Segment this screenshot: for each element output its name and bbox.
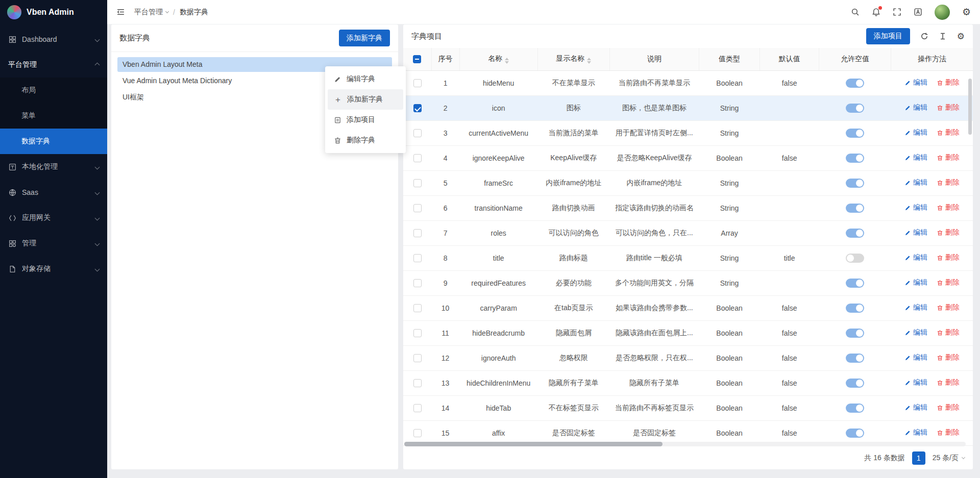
table-row[interactable]: 7 roles 可以访问的角色 可以访问的角色，只在... Array 编辑 删… [403, 220, 973, 245]
row-checkbox[interactable] [413, 179, 422, 187]
page-size-select[interactable]: 25 条/页 [933, 454, 965, 463]
sidebar-subitem-menu[interactable]: 菜单 [0, 103, 107, 129]
edit-link[interactable]: 编辑 [904, 303, 927, 312]
refresh-icon[interactable] [920, 32, 928, 40]
table-settings-gear-icon[interactable]: ⚙ [957, 32, 965, 41]
table-row[interactable]: 3 currentActiveMenu 当前激活的菜单 用于配置详情页时左侧..… [403, 120, 973, 145]
search-icon[interactable] [851, 8, 860, 16]
edit-link[interactable]: 编辑 [904, 403, 927, 412]
row-checkbox[interactable] [413, 429, 422, 437]
edit-link[interactable]: 编辑 [904, 253, 927, 262]
table-row[interactable]: 10 carryParam 在tab页显示 如果该路由会携带参数... Bool… [403, 295, 973, 320]
edit-link[interactable]: 编辑 [904, 128, 927, 137]
sidebar-collapse-icon[interactable] [116, 8, 125, 16]
sidebar-item-storage[interactable]: 对象存储 [0, 256, 107, 282]
nullable-toggle[interactable] [846, 104, 864, 113]
delete-link[interactable]: 删除 [937, 128, 960, 137]
nullable-toggle[interactable] [846, 379, 864, 388]
context-menu-delete-dictionary[interactable]: 删除字典 [328, 130, 403, 150]
nullable-toggle[interactable] [846, 404, 864, 413]
settings-gear-icon[interactable]: ⚙ [962, 7, 971, 17]
sidebar-item-platform[interactable]: 平台管理 [0, 52, 107, 78]
delete-link[interactable]: 删除 [937, 278, 960, 287]
nullable-toggle[interactable] [846, 279, 864, 288]
delete-link[interactable]: 删除 [937, 428, 960, 437]
delete-link[interactable]: 删除 [937, 103, 960, 112]
edit-link[interactable]: 编辑 [904, 328, 927, 337]
column-header-name[interactable]: 名称 [459, 48, 537, 70]
sidebar-item-gateway[interactable]: 应用网关 [0, 205, 107, 231]
edit-link[interactable]: 编辑 [904, 203, 927, 212]
row-checkbox[interactable] [413, 104, 422, 112]
row-checkbox[interactable] [413, 304, 422, 312]
delete-link[interactable]: 删除 [937, 153, 960, 162]
delete-link[interactable]: 删除 [937, 328, 960, 337]
table-row[interactable]: 13 hideChildrenInMenu 隐藏所有子菜单 隐藏所有子菜单 Bo… [403, 370, 973, 395]
delete-link[interactable]: 删除 [937, 403, 960, 412]
row-checkbox[interactable] [413, 279, 422, 287]
table-row[interactable]: 4 ignoreKeepAlive KeepAlive缓存 是否忽略KeepAl… [403, 145, 973, 170]
context-menu-add-item[interactable]: 添加项目 [328, 110, 403, 130]
nullable-toggle[interactable] [846, 179, 864, 188]
app-logo[interactable]: Vben Admin [0, 0, 107, 24]
delete-link[interactable]: 删除 [937, 303, 960, 312]
fullscreen-icon[interactable] [893, 8, 901, 16]
vertical-scrollbar[interactable] [968, 79, 972, 135]
sidebar-item-localization[interactable]: 本地化管理 [0, 154, 107, 180]
edit-link[interactable]: 编辑 [904, 153, 927, 162]
add-item-button[interactable]: 添加项目 [866, 28, 910, 44]
sidebar-subitem-dictionary[interactable]: 数据字典 [0, 129, 107, 154]
table-row[interactable]: 14 hideTab 不在标签页显示 当前路由不再标签页显示 Boolean f… [403, 395, 973, 420]
table-row[interactable]: 1 hideMenu 不在菜单显示 当前路由不再菜单显示 Boolean fal… [403, 70, 973, 95]
delete-link[interactable]: 删除 [937, 228, 960, 237]
context-menu-add-dictionary[interactable]: + 添加新字典 [328, 89, 403, 110]
add-dictionary-button[interactable]: 添加新字典 [339, 30, 390, 46]
edit-link[interactable]: 编辑 [904, 78, 927, 87]
table-row[interactable]: 6 transitionName 路由切换动画 指定该路由切换的动画名 Stri… [403, 195, 973, 220]
table-row[interactable]: 5 frameSrc 内嵌iframe的地址 内嵌iframe的地址 Strin… [403, 170, 973, 195]
edit-link[interactable]: 编辑 [904, 278, 927, 287]
delete-link[interactable]: 删除 [937, 78, 960, 87]
row-checkbox[interactable] [413, 154, 422, 162]
pagination-page-1[interactable]: 1 [912, 451, 925, 465]
sidebar-item-dashboard[interactable]: Dashboard [0, 27, 107, 52]
delete-link[interactable]: 删除 [937, 178, 960, 187]
nullable-toggle[interactable] [846, 304, 864, 313]
nullable-toggle[interactable] [846, 79, 864, 88]
table-row[interactable]: 2 icon 图标 图标，也是菜单图标 String 编辑 删除 [403, 95, 973, 120]
delete-link[interactable]: 删除 [937, 353, 960, 362]
edit-link[interactable]: 编辑 [904, 353, 927, 362]
breadcrumb-parent[interactable]: 平台管理 [134, 8, 168, 17]
sort-icons[interactable] [587, 58, 591, 64]
column-header-display[interactable]: 显示名称 [537, 48, 609, 70]
row-checkbox[interactable] [413, 254, 422, 262]
row-checkbox[interactable] [413, 79, 422, 87]
sort-icons[interactable] [505, 58, 509, 64]
nullable-toggle[interactable] [846, 354, 864, 363]
table-row[interactable]: 9 requiredFeatures 必要的功能 多个功能间用英文，分隔 Str… [403, 270, 973, 295]
context-menu-edit-dictionary[interactable]: 编辑字典 [328, 69, 403, 89]
row-checkbox[interactable] [413, 229, 422, 237]
row-checkbox[interactable] [413, 329, 422, 337]
row-height-icon[interactable] [939, 32, 947, 40]
edit-link[interactable]: 编辑 [904, 428, 927, 437]
notification-bell-icon[interactable] [872, 8, 880, 16]
user-avatar[interactable] [935, 5, 950, 20]
delete-link[interactable]: 删除 [937, 378, 960, 387]
table-row[interactable]: 11 hideBreadcrumb 隐藏面包屑 隐藏该路由在面包屑上... Bo… [403, 320, 973, 345]
table-row[interactable]: 8 title 路由标题 路由title 一般必填 String title 编… [403, 245, 973, 270]
nullable-toggle[interactable] [846, 229, 864, 238]
nullable-toggle[interactable] [846, 204, 864, 213]
row-checkbox[interactable] [413, 129, 422, 137]
delete-link[interactable]: 删除 [937, 203, 960, 212]
row-checkbox[interactable] [413, 379, 422, 387]
delete-link[interactable]: 删除 [937, 253, 960, 262]
table-row[interactable]: 12 ignoreAuth 忽略权限 是否忽略权限，只在权... Boolean… [403, 345, 973, 370]
sidebar-item-manage[interactable]: 管理 [0, 231, 107, 256]
row-checkbox[interactable] [413, 204, 422, 212]
edit-link[interactable]: 编辑 [904, 228, 927, 237]
edit-link[interactable]: 编辑 [904, 103, 927, 112]
horizontal-scrollbar-thumb[interactable] [404, 442, 663, 446]
sidebar-item-saas[interactable]: Saas [0, 180, 107, 205]
row-checkbox[interactable] [413, 404, 422, 412]
